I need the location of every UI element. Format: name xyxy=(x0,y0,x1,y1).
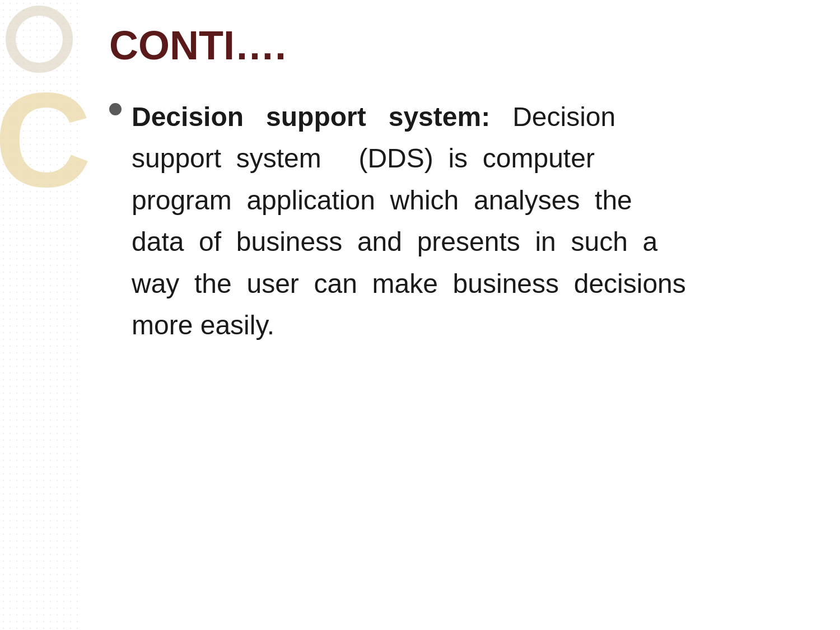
bullet-dot xyxy=(109,103,122,115)
bold-decision: Decision support system: xyxy=(132,102,490,132)
main-content: CONTI…. Decision support system: Decisio… xyxy=(87,0,840,630)
page-title: CONTI…. xyxy=(109,22,806,68)
deco-letter-c: C xyxy=(0,73,91,207)
bullet-item-dss: Decision support system: Decision suppor… xyxy=(109,96,806,346)
deco-circle-top xyxy=(6,6,73,73)
left-sidebar: C xyxy=(0,0,81,630)
content-block: Decision support system: Decision suppor… xyxy=(109,96,806,346)
bullet-text-dss: Decision support system: Decision suppor… xyxy=(132,96,686,346)
